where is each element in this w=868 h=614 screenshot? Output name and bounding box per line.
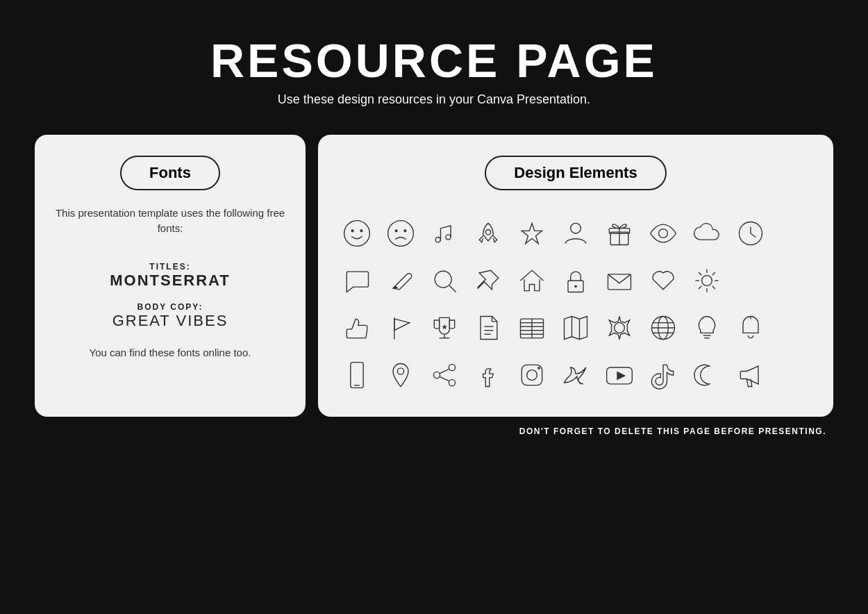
svg-point-2 <box>360 230 362 232</box>
body-label: BODY COPY: <box>137 302 203 312</box>
book-icon <box>512 307 551 349</box>
svg-point-6 <box>435 237 440 242</box>
svg-point-0 <box>344 220 369 246</box>
design-panel: Design Elements <box>318 135 833 417</box>
heart-icon <box>644 260 683 301</box>
page-title: RESOURCE PAGE <box>210 35 658 87</box>
svg-point-63 <box>433 372 440 378</box>
svg-point-7 <box>446 235 451 240</box>
titles-font: MONTSERRAT <box>110 272 231 290</box>
icons-grid: ★ <box>337 213 814 396</box>
person-icon <box>556 213 594 254</box>
svg-point-3 <box>387 220 413 246</box>
moon-icon <box>688 354 726 396</box>
search-icon <box>425 260 463 301</box>
chat-icon <box>337 260 376 301</box>
svg-point-64 <box>449 379 455 385</box>
youtube-icon <box>601 354 639 396</box>
svg-point-19 <box>574 285 577 288</box>
svg-line-27 <box>712 286 715 289</box>
clock-icon <box>732 213 770 254</box>
instagram-icon <box>512 354 551 396</box>
gear-icon <box>601 307 639 349</box>
svg-point-5 <box>404 230 406 232</box>
svg-point-4 <box>395 230 397 232</box>
svg-line-29 <box>699 286 701 289</box>
svg-line-17 <box>449 285 456 292</box>
svg-text:★: ★ <box>442 324 448 331</box>
phone-icon <box>337 354 376 396</box>
fonts-panel: Fonts This presentation template uses th… <box>35 135 306 417</box>
rocket-icon <box>469 213 507 254</box>
svg-marker-47 <box>564 316 587 339</box>
panels-container: Fonts This presentation template uses th… <box>0 135 868 417</box>
mail-icon <box>601 260 639 301</box>
pin-icon <box>469 260 507 301</box>
svg-point-50 <box>615 322 625 333</box>
svg-point-8 <box>485 229 490 234</box>
share-icon <box>425 354 463 396</box>
svg-point-14 <box>659 229 668 238</box>
svg-line-26 <box>699 272 701 275</box>
svg-point-62 <box>449 364 455 370</box>
star-icon <box>512 213 551 254</box>
flag-icon <box>381 307 419 349</box>
cloud-icon <box>688 213 726 254</box>
svg-rect-59 <box>350 362 362 388</box>
eye-icon <box>644 213 683 254</box>
page-subtitle: Use these design resources in your Canva… <box>210 92 658 107</box>
fonts-intro: This presentation template uses the foll… <box>54 206 286 237</box>
design-title: Design Elements <box>485 156 666 190</box>
document-icon <box>469 307 507 349</box>
pencil-icon <box>381 260 419 301</box>
header: RESOURCE PAGE Use these design resources… <box>210 0 658 128</box>
trophy-icon: ★ <box>425 307 463 349</box>
svg-point-68 <box>527 370 537 380</box>
gift-icon <box>601 213 639 254</box>
placeholder-3 <box>776 260 814 301</box>
svg-point-69 <box>537 367 540 370</box>
svg-line-65 <box>440 369 449 373</box>
bell-icon <box>732 307 770 349</box>
facebook-icon <box>469 354 507 396</box>
sad-icon <box>381 213 419 254</box>
lock-icon <box>556 260 594 301</box>
tiktok-icon <box>644 354 683 396</box>
fonts-title: Fonts <box>120 156 220 190</box>
bulb-icon <box>688 307 726 349</box>
fonts-footer: You can find these fonts online too. <box>90 347 251 358</box>
map-icon <box>556 307 594 349</box>
sun-icon <box>688 260 726 301</box>
twitter-icon <box>556 354 594 396</box>
music-icon <box>425 213 463 254</box>
megaphone-icon <box>732 354 770 396</box>
svg-point-61 <box>397 368 403 374</box>
placeholder-5 <box>776 354 814 396</box>
svg-line-28 <box>712 272 715 275</box>
footer-note: DON'T FORGET TO DELETE THIS PAGE BEFORE … <box>0 417 868 436</box>
smiley-icon <box>337 213 376 254</box>
svg-point-10 <box>571 223 581 233</box>
body-font: GREAT VIBES <box>112 312 228 330</box>
svg-point-1 <box>351 230 353 232</box>
svg-marker-9 <box>521 223 542 243</box>
placeholder-2 <box>732 260 770 301</box>
svg-point-16 <box>435 271 451 288</box>
location-icon <box>381 354 419 396</box>
svg-marker-71 <box>617 371 626 380</box>
svg-line-66 <box>440 376 449 381</box>
placeholder-1 <box>776 213 814 254</box>
home-icon <box>512 260 551 301</box>
thumbsup-icon <box>337 307 376 349</box>
titles-label: TITLES: <box>149 262 190 272</box>
svg-point-21 <box>702 275 712 285</box>
placeholder-4 <box>776 307 814 349</box>
globe-icon <box>644 307 683 349</box>
